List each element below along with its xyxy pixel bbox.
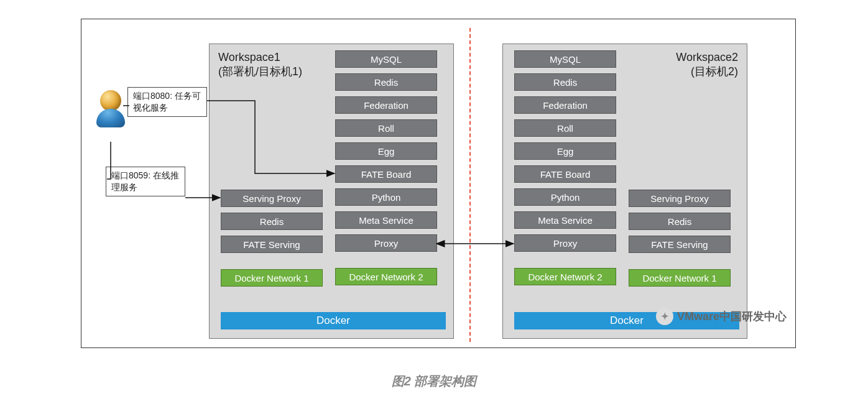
figure-caption: 图2 部署架构图: [0, 373, 868, 390]
ws2-egg: Egg: [514, 142, 616, 160]
ws2-net-2: Docker Network 2: [514, 268, 616, 285]
watermark: ✦ VMware中国研发中心: [656, 308, 787, 325]
user-icon: [96, 90, 125, 140]
ws1-fate-board: FATE Board: [335, 165, 437, 183]
ws2-federation: Federation: [514, 96, 616, 114]
wechat-icon: ✦: [656, 308, 673, 325]
ws2-redis: Redis: [514, 73, 616, 91]
annotation-port-8080: 端口8080: 任务可视化服务: [127, 87, 207, 117]
ws2-net-1: Docker Network 1: [629, 269, 731, 287]
ws2-meta-service: Meta Service: [514, 211, 616, 229]
workspace-1-title: Workspace1(部署机/目标机1): [218, 50, 302, 80]
ws1-proxy: Proxy: [335, 234, 437, 252]
ws1-serving-proxy: Serving Proxy: [221, 190, 323, 207]
workspace-2-title: Workspace2(目标机2): [676, 50, 738, 80]
ws1-python: Python: [335, 188, 437, 206]
workspace-1: Workspace1(部署机/目标机1) Serving Proxy Redis…: [209, 44, 454, 339]
ws1-redis: Redis: [335, 73, 437, 91]
ws1-federation: Federation: [335, 96, 437, 114]
workspace-2: Workspace2(目标机2) MySQL Redis Federation …: [502, 44, 747, 339]
ws2-redis-serving: Redis: [629, 213, 731, 230]
ws2-left-column: MySQL Redis Federation Roll Egg FATE Boa…: [514, 50, 616, 285]
ws1-egg: Egg: [335, 142, 437, 160]
ws1-right-column: MySQL Redis Federation Roll Egg FATE Boa…: [335, 50, 437, 285]
ws2-python: Python: [514, 188, 616, 206]
ws1-net-1: Docker Network 1: [221, 269, 323, 287]
ws1-net-2: Docker Network 2: [335, 268, 437, 285]
ws2-right-column: Serving Proxy Redis FATE Serving Docker …: [629, 190, 731, 287]
ws1-fate-serving: FATE Serving: [221, 236, 323, 253]
ws2-fate-serving: FATE Serving: [629, 236, 731, 253]
ws1-mysql: MySQL: [335, 50, 437, 68]
annotation-port-8059: 端口8059: 在线推理服务: [106, 167, 185, 196]
ws2-serving-proxy: Serving Proxy: [629, 190, 731, 207]
ws1-left-column: Serving Proxy Redis FATE Serving Docker …: [221, 190, 323, 287]
ws2-fate-board: FATE Board: [514, 165, 616, 183]
watermark-text: VMware中国研发中心: [677, 309, 787, 324]
ws2-roll: Roll: [514, 119, 616, 137]
ws2-proxy: Proxy: [514, 234, 616, 252]
ws1-meta-service: Meta Service: [335, 211, 437, 229]
boundary-divider: [469, 28, 471, 342]
ws1-docker: Docker: [221, 312, 446, 329]
ws2-mysql: MySQL: [514, 50, 616, 68]
ws1-redis-serving: Redis: [221, 213, 323, 230]
ws1-roll: Roll: [335, 119, 437, 137]
